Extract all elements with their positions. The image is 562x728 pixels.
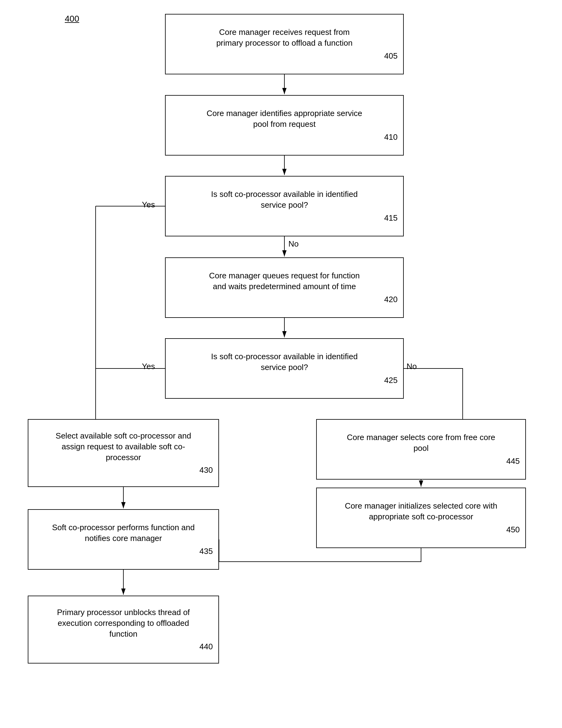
box-440-num: 440 [200, 641, 213, 652]
no-label-415: No [288, 239, 298, 249]
box-410-num: 410 [384, 132, 397, 143]
box-405-text: Core manager receives request fromprimar… [216, 27, 352, 48]
box-450-num: 450 [506, 524, 520, 535]
box-445: Core manager selects core from free core… [316, 419, 526, 480]
box-440-text: Primary processor unblocks thread ofexec… [57, 607, 190, 639]
box-415-text: Is soft co-processor available in identi… [211, 189, 357, 210]
box-445-num: 445 [506, 456, 520, 467]
yes-label-415: Yes [142, 200, 155, 210]
box-435: Soft co-processor performs function andn… [28, 509, 219, 570]
box-445-text: Core manager selects core from free core… [347, 432, 495, 454]
box-430-num: 430 [200, 465, 213, 476]
box-430-text: Select available soft co-processor andas… [56, 431, 191, 463]
box-435-num: 435 [200, 546, 213, 557]
box-430: Select available soft co-processor andas… [28, 419, 219, 487]
box-405-num: 405 [384, 51, 397, 61]
box-435-text: Soft co-processor performs function andn… [52, 522, 195, 544]
box-410: Core manager identifies appropriate serv… [165, 95, 404, 156]
yes-label-425: Yes [142, 362, 155, 371]
box-415: Is soft co-processor available in identi… [165, 176, 404, 236]
no-label-425: No [406, 362, 417, 371]
box-420-text: Core manager queues request for function… [209, 270, 360, 292]
box-450: Core manager initializes selected core w… [316, 488, 526, 548]
box-420-num: 420 [384, 294, 397, 305]
box-425-num: 425 [384, 375, 397, 386]
diagram-title: 400 [65, 14, 79, 24]
box-415-num: 415 [384, 213, 397, 223]
diagram-container: 400 [0, 0, 562, 728]
box-405: Core manager receives request fromprimar… [165, 14, 404, 74]
box-420: Core manager queues request for function… [165, 257, 404, 318]
box-425-text: Is soft co-processor available in identi… [211, 351, 357, 373]
box-425: Is soft co-processor available in identi… [165, 338, 404, 399]
box-440: Primary processor unblocks thread ofexec… [28, 596, 219, 664]
box-410-text: Core manager identifies appropriate serv… [207, 108, 362, 130]
box-450-text: Core manager initializes selected core w… [345, 501, 497, 522]
